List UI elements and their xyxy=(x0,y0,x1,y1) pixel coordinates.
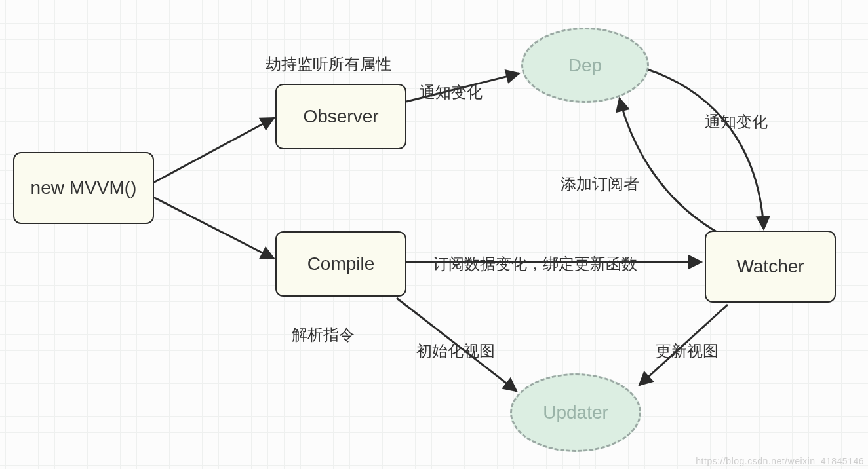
caption-observer: 劫持监听所有属性 xyxy=(266,54,391,75)
edge-label-watcher-dep: 添加订阅者 xyxy=(561,174,639,195)
edge-label-observer-dep: 通知变化 xyxy=(420,82,483,103)
node-compile: Compile xyxy=(275,231,406,297)
node-updater-label: Updater xyxy=(543,402,608,423)
edge-label-compile-updater: 初始化视图 xyxy=(416,341,495,362)
node-observer-label: Observer xyxy=(303,106,378,127)
caption-compile: 解析指令 xyxy=(292,324,355,345)
edge-label-compile-watcher: 订阅数据变化，绑定更新函数 xyxy=(433,253,637,274)
diagram-canvas: new MVVM() Observer 劫持监听所有属性 Compile 解析指… xyxy=(0,0,868,469)
node-compile-label: Compile xyxy=(307,253,375,274)
node-updater: Updater xyxy=(510,373,641,452)
node-watcher: Watcher xyxy=(705,231,836,303)
edge-label-watcher-updater: 更新视图 xyxy=(656,341,719,362)
node-observer: Observer xyxy=(275,84,406,149)
node-dep-label: Dep xyxy=(568,55,602,76)
node-mvvm: new MVVM() xyxy=(13,152,154,224)
node-mvvm-label: new MVVM() xyxy=(31,178,137,198)
node-watcher-label: Watcher xyxy=(736,256,804,277)
edge-label-dep-watcher: 通知变化 xyxy=(705,111,768,132)
watermark: https://blog.csdn.net/weixin_41845146 xyxy=(696,456,864,466)
node-dep: Dep xyxy=(521,28,649,103)
